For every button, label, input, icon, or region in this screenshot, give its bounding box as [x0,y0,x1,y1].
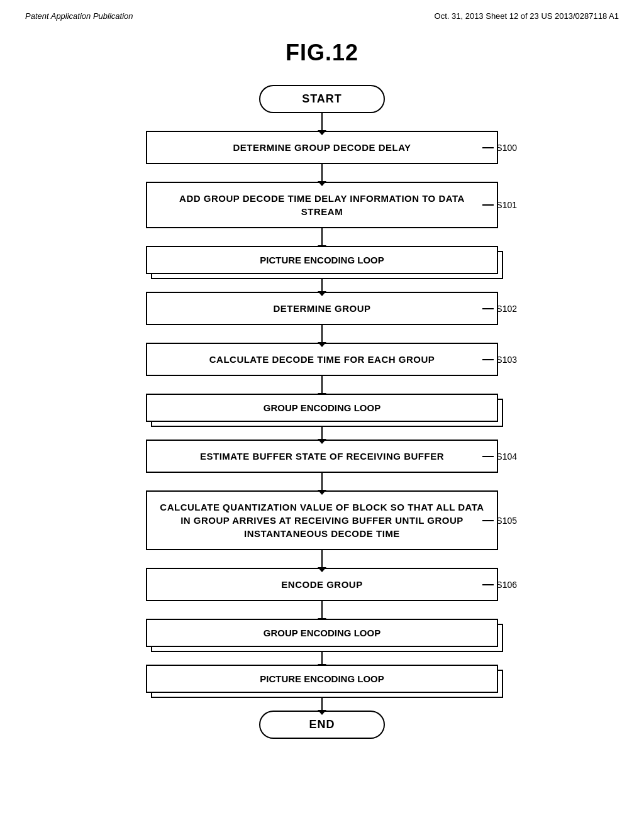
node-s101: ADD GROUP DECODE TIME DELAY INFORMATION … [102,182,542,228]
box-s104: ESTIMATE BUFFER STATE OF RECEIVING BUFFE… [146,440,498,473]
arrow-5 [321,325,323,343]
header-right: Oct. 31, 2013 Sheet 12 of 23 US 2013/028… [435,11,619,21]
box-s103: CALCULATE DECODE TIME FOR EACH GROUP [146,343,498,376]
node-s105: CALCULATE QUANTIZATION VALUE OF BLOCK SO… [102,490,542,550]
start-terminal: START [259,85,385,113]
loop-wrap-pic2: PICTURE ENCODING LOOP [146,665,498,693]
loop-box-pic2: PICTURE ENCODING LOOP [146,665,498,693]
arrow-1 [321,113,323,131]
label-s102: S102 [482,304,517,314]
node-pic-loop-2: PICTURE ENCODING LOOP [102,665,542,693]
box-s106: ENCODE GROUP [146,568,498,601]
box-s102: DETERMINE GROUP [146,292,498,325]
label-s105: S105 [482,516,517,526]
label-s101: S101 [482,200,517,210]
header-left: Patent Application Publication [25,11,133,21]
node-s106: ENCODE GROUP S106 [102,568,542,601]
loop-wrap-grp1: GROUP ENCODING LOOP [146,394,498,422]
arrow-2 [321,164,323,182]
node-s102: DETERMINE GROUP S102 [102,292,542,325]
arrow-6 [321,376,323,394]
box-s100: DETERMINE GROUP DECODE DELAY [146,131,498,164]
loop-wrap-pic1: PICTURE ENCODING LOOP [146,246,498,274]
box-s105: CALCULATE QUANTIZATION VALUE OF BLOCK SO… [146,490,498,550]
node-s100: DETERMINE GROUP DECODE DELAY S100 [102,131,542,164]
arrow-3 [321,228,323,246]
arrow-8 [321,473,323,490]
node-grp-loop-1: GROUP ENCODING LOOP [102,394,542,422]
node-pic-loop-1: PICTURE ENCODING LOOP [102,246,542,274]
loop-wrap-grp2: GROUP ENCODING LOOP [146,619,498,647]
loop-box-grp1: GROUP ENCODING LOOP [146,394,498,422]
node-s104: ESTIMATE BUFFER STATE OF RECEIVING BUFFE… [102,440,542,473]
node-s103: CALCULATE DECODE TIME FOR EACH GROUP S10… [102,343,542,376]
page-header: Patent Application Publication Oct. 31, … [0,0,644,27]
arrow-9 [321,550,323,568]
node-grp-loop-2: GROUP ENCODING LOOP [102,619,542,647]
label-s100: S100 [482,143,517,153]
loop-box-grp2: GROUP ENCODING LOOP [146,619,498,647]
figure-title: FIG.12 [0,40,644,66]
label-s103: S103 [482,355,517,365]
node-start: START [259,85,385,113]
node-end: END [259,711,385,739]
label-s104: S104 [482,451,517,462]
loop-box-pic1: PICTURE ENCODING LOOP [146,246,498,274]
label-s106: S106 [482,580,517,590]
flowchart: START DETERMINE GROUP DECODE DELAY S100 … [0,85,644,739]
box-s101: ADD GROUP DECODE TIME DELAY INFORMATION … [146,182,498,228]
end-terminal: END [259,711,385,739]
arrow-10 [321,601,323,619]
